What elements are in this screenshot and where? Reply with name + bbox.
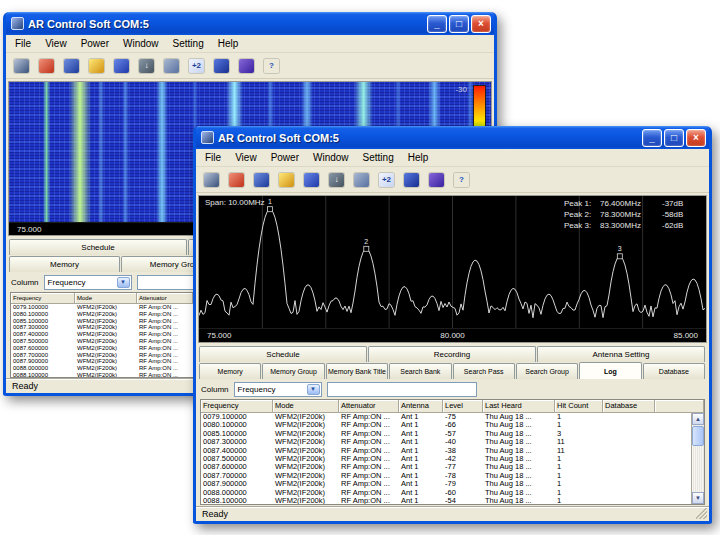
- menu-power[interactable]: Power: [264, 150, 306, 165]
- scrollbar-track[interactable]: [692, 425, 704, 492]
- scroll-down-button[interactable]: ▼: [692, 492, 704, 504]
- tab-log[interactable]: Log: [579, 362, 641, 379]
- scrollbar-thumb[interactable]: [692, 426, 704, 446]
- column-header-mode[interactable]: Mode: [273, 400, 339, 413]
- step-down-icon[interactable]: ↓: [136, 56, 157, 76]
- table-cell: RF Amp:ON ...: [137, 311, 193, 318]
- table-row[interactable]: 0087.600000WFM2(IF200k)RF Amp:ON ...Ant …: [201, 463, 704, 471]
- signal-scale-label: -30: [455, 85, 467, 94]
- column-header-attenuator[interactable]: Attenuator: [137, 293, 193, 304]
- chevron-down-icon[interactable]: ▼: [307, 384, 320, 395]
- filter-input[interactable]: [327, 382, 477, 397]
- power-icon[interactable]: [251, 170, 272, 190]
- memory-icon[interactable]: [211, 56, 232, 76]
- column-header-database[interactable]: Database: [603, 400, 655, 413]
- table-cell: [603, 489, 655, 497]
- column-header-level[interactable]: Level: [443, 400, 483, 413]
- table-cell: 0079.100000: [201, 413, 273, 421]
- menu-view[interactable]: View: [228, 150, 264, 165]
- table-row[interactable]: 0080.100000WFM2(IF200k)RF Amp:ON ...Ant …: [201, 421, 704, 429]
- help-icon[interactable]: ?: [261, 56, 282, 76]
- connect-icon[interactable]: [36, 56, 57, 76]
- squelch-icon[interactable]: [86, 56, 107, 76]
- menu-help[interactable]: Help: [211, 36, 246, 51]
- tab-memory-group[interactable]: Memory Group: [262, 363, 324, 379]
- tab-memory[interactable]: Memory: [199, 363, 261, 379]
- titlebar[interactable]: AR Control Soft COM:5 _□×: [196, 126, 709, 149]
- step-down-icon[interactable]: ↓: [326, 170, 347, 190]
- help-icon[interactable]: ?: [451, 170, 472, 190]
- connect-icon[interactable]: [226, 170, 247, 190]
- column-header-frequency[interactable]: Frequency: [11, 293, 75, 304]
- tab-search-bank[interactable]: Search Bank: [389, 363, 451, 379]
- column-header-mode[interactable]: Mode: [75, 293, 137, 304]
- save-icon[interactable]: [11, 56, 32, 76]
- tab-schedule[interactable]: Schedule: [9, 239, 187, 255]
- column-header-antenna[interactable]: Antenna: [399, 400, 443, 413]
- tab-memory-bank-title[interactable]: Memory Bank Title: [326, 363, 388, 379]
- minimize-button[interactable]: _: [642, 129, 662, 147]
- table-cell: Ant 1: [399, 447, 443, 455]
- step2-icon[interactable]: +2: [376, 170, 397, 190]
- menu-window[interactable]: Window: [116, 36, 166, 51]
- tab-antenna-setting[interactable]: Antenna Setting: [537, 346, 705, 362]
- channel-grid-icon[interactable]: [161, 56, 182, 76]
- menu-window[interactable]: Window: [306, 150, 356, 165]
- tab-recording[interactable]: Recording: [368, 346, 536, 362]
- tab-memory[interactable]: Memory: [9, 256, 120, 272]
- close-button[interactable]: ×: [686, 129, 706, 147]
- table-row[interactable]: 0088.000000WFM2(IF200k)RF Amp:ON ...Ant …: [201, 489, 704, 497]
- spectrum-icon[interactable]: [111, 56, 132, 76]
- maximize-button[interactable]: □: [449, 15, 469, 33]
- table-row[interactable]: 0079.100000WFM2(IF200k)RF Amp:ON ...Ant …: [201, 413, 704, 421]
- minimize-button[interactable]: _: [427, 15, 447, 33]
- menu-help[interactable]: Help: [401, 150, 436, 165]
- table-row[interactable]: 0087.400000WFM2(IF200k)RF Amp:ON ...Ant …: [201, 447, 704, 455]
- menu-file[interactable]: File: [198, 150, 228, 165]
- table-cell: WFM2(IF200k): [273, 447, 339, 455]
- chevron-down-icon[interactable]: ▼: [117, 277, 130, 288]
- peak-freq: 78.300MHz: [600, 209, 662, 220]
- resize-grip[interactable]: [696, 508, 707, 519]
- table-cell: 0087.300000: [201, 438, 273, 446]
- channel-grid-icon[interactable]: [351, 170, 372, 190]
- menu-power[interactable]: Power: [74, 36, 116, 51]
- power-icon[interactable]: [61, 56, 82, 76]
- maximize-button[interactable]: □: [664, 129, 684, 147]
- save-icon[interactable]: [201, 170, 222, 190]
- step2-icon[interactable]: +2: [186, 56, 207, 76]
- menu-setting[interactable]: Setting: [356, 150, 401, 165]
- column-header-frequency[interactable]: Frequency: [201, 400, 273, 413]
- menu-file[interactable]: File: [8, 36, 38, 51]
- scroll-up-button[interactable]: ▲: [692, 413, 704, 425]
- squelch-icon[interactable]: [276, 170, 297, 190]
- tab-schedule[interactable]: Schedule: [199, 346, 367, 362]
- search-icon[interactable]: [426, 170, 447, 190]
- table-row[interactable]: 0087.500000WFM2(IF200k)RF Amp:ON ...Ant …: [201, 455, 704, 463]
- vertical-scrollbar[interactable]: ▲▼: [691, 413, 704, 504]
- table-row[interactable]: 0088.100000WFM2(IF200k)RF Amp:ON ...Ant …: [201, 497, 704, 505]
- column-header-hit-count[interactable]: Hit Count: [555, 400, 603, 413]
- search-icon[interactable]: [236, 56, 257, 76]
- column-filter-select[interactable]: Frequency ▼: [44, 275, 132, 290]
- column-header-last-heard[interactable]: Last Heard: [483, 400, 555, 413]
- tab-search-pass[interactable]: Search Pass: [453, 363, 515, 379]
- close-button[interactable]: ×: [471, 15, 491, 33]
- spectrum-icon[interactable]: [301, 170, 322, 190]
- menu-view[interactable]: View: [38, 36, 74, 51]
- table-row[interactable]: 0087.900000WFM2(IF200k)RF Amp:ON ...Ant …: [201, 480, 704, 488]
- table-cell: -66: [443, 421, 483, 429]
- waterfall-signal-stripe: [122, 82, 129, 222]
- tab-search-group[interactable]: Search Group: [516, 363, 578, 379]
- tab-database[interactable]: Database: [643, 363, 705, 379]
- memory-icon[interactable]: [401, 170, 422, 190]
- column-header-attenuator[interactable]: Attenuator: [339, 400, 399, 413]
- menubar: FileViewPowerWindowSettingHelp: [196, 149, 709, 167]
- table-row[interactable]: 0087.300000WFM2(IF200k)RF Amp:ON ...Ant …: [201, 438, 704, 446]
- table-row[interactable]: 0087.700000WFM2(IF200k)RF Amp:ON ...Ant …: [201, 472, 704, 480]
- table-row[interactable]: 0085.100000WFM2(IF200k)RF Amp:ON ...Ant …: [201, 430, 704, 438]
- titlebar[interactable]: AR Control Soft COM:5 _□×: [6, 12, 494, 35]
- menu-setting[interactable]: Setting: [166, 36, 211, 51]
- column-filter-select[interactable]: Frequency ▼: [234, 382, 322, 397]
- app-icon: [11, 17, 24, 30]
